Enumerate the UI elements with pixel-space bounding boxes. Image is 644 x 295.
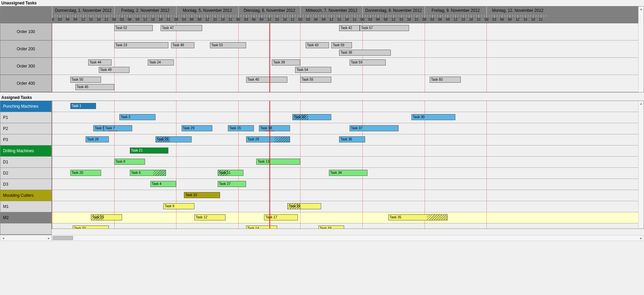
gantt-row — [52, 75, 644, 92]
resource-row[interactable]: P2 — [0, 123, 51, 134]
task-bar[interactable]: Task 36 — [339, 136, 365, 142]
assigned-title: Assigned Tasks — [0, 95, 644, 101]
task-bar[interactable]: Task 18 — [259, 125, 290, 131]
resource-row[interactable]: M2 — [0, 212, 51, 223]
now-line — [269, 23, 270, 92]
task-bar[interactable]: Task 22 — [73, 225, 109, 229]
resource-group[interactable]: Drilling Machines — [0, 145, 51, 157]
hscroll-right[interactable]: ◂▸ — [52, 235, 644, 241]
gantt-row — [52, 101, 644, 112]
hscroll-left[interactable]: ◂▸ — [0, 235, 52, 241]
gantt-row — [52, 179, 644, 190]
task-bar[interactable]: Task 38 — [339, 50, 391, 56]
order-row[interactable]: Order 200 — [0, 41, 51, 58]
order-row[interactable]: Order 300 — [0, 58, 51, 75]
day-header: Donnerstag, 1. November 2012 — [52, 6, 114, 15]
task-bar[interactable]: Task 21 — [130, 148, 169, 154]
task-bar[interactable]: Task 23 — [114, 42, 169, 48]
resource-row[interactable]: P1 — [0, 112, 51, 123]
task-bar[interactable]: Task 53 — [210, 42, 246, 48]
task-bar[interactable]: Task 25 — [156, 136, 192, 142]
task-bar[interactable]: Task 30 — [411, 114, 455, 120]
task-bar[interactable]: Task 6 — [130, 170, 166, 176]
task-bar[interactable]: Task 54 — [295, 67, 331, 73]
task-bar[interactable]: Task 39 — [272, 59, 300, 65]
task-bar[interactable]: Task 20 — [70, 170, 101, 176]
unassigned-panel: Order 100Order 200Order 300Order 400 Don… — [0, 6, 644, 92]
resource-row[interactable]: P3 — [0, 134, 51, 145]
task-bar[interactable]: Task 45 — [75, 84, 114, 90]
task-bar[interactable]: Task 24 — [148, 59, 174, 65]
gantt-row — [52, 223, 644, 229]
task-bar[interactable]: Task 40 — [246, 77, 287, 83]
now-line — [269, 101, 270, 229]
day-header: Montag, 5. November 2012 — [176, 6, 238, 15]
gantt-row — [52, 58, 644, 75]
day-header: Freitag, 2. November 2012 — [114, 6, 176, 15]
task-bar[interactable]: Task 15 — [228, 125, 254, 131]
task-bar[interactable]: Task 5 — [93, 125, 104, 131]
assigned-panel: Punching MachinesP1P2P3Drilling Machines… — [0, 101, 644, 235]
task-bar[interactable]: Task 10 — [184, 192, 220, 198]
task-bar[interactable]: Task 13 — [256, 159, 300, 165]
gantt-row — [52, 190, 644, 201]
task-bar[interactable]: Task 35 — [388, 214, 448, 220]
day-header: Dienstag, 6. November 2012 — [238, 6, 301, 15]
day-header: Montag, 12. November 2012 — [486, 6, 549, 15]
task-bar[interactable]: Task 27 — [218, 181, 246, 187]
task-bar[interactable]: Task 58 — [331, 42, 352, 48]
unassigned-title: Unassigned Tasks — [0, 0, 644, 6]
resource-row[interactable] — [0, 223, 51, 235]
task-bar[interactable]: Task 11 — [218, 170, 244, 176]
task-bar[interactable]: Task 37 — [350, 125, 399, 131]
task-bar[interactable]: Task 42 — [339, 25, 360, 31]
task-bar[interactable]: Task 44 — [88, 59, 112, 65]
resource-row[interactable]: D1 — [0, 157, 51, 168]
unassigned-left-header — [0, 6, 51, 23]
resource-group[interactable]: Moulding Cutters — [0, 190, 51, 201]
day-header: Freitag, 9. November 2012 — [425, 6, 487, 15]
task-bar[interactable]: Task 29 — [182, 125, 213, 131]
task-bar[interactable]: Task 16 — [287, 203, 321, 209]
vscroll-bottom[interactable]: ▴ — [638, 101, 644, 229]
task-bar[interactable]: Task 8 — [114, 159, 145, 165]
gantt-row — [52, 212, 644, 223]
task-bar[interactable]: Task 52 — [114, 25, 153, 31]
task-bar[interactable]: Task 34 — [329, 170, 368, 176]
task-bar[interactable]: Task 48 — [171, 42, 194, 48]
task-bar[interactable]: Task 19 — [91, 214, 122, 220]
task-bar[interactable]: Task 50 — [70, 77, 101, 83]
task-bar[interactable]: Task 2 — [119, 114, 156, 120]
task-bar[interactable]: Task 33 — [318, 225, 344, 229]
task-bar[interactable]: Task 26 — [86, 136, 109, 142]
resource-row[interactable]: D2 — [0, 168, 51, 179]
task-bar[interactable]: Task 57 — [360, 25, 409, 31]
gantt-row — [52, 201, 644, 212]
task-bar[interactable]: Task 14 — [246, 225, 277, 229]
task-bar[interactable]: Task 60 — [430, 77, 461, 83]
task-bar[interactable]: Task 12 — [194, 214, 225, 220]
task-bar[interactable]: Task 43 — [306, 42, 329, 48]
gantt-row — [52, 123, 644, 134]
order-row[interactable]: Order 100 — [0, 23, 51, 41]
resource-row[interactable]: M1 — [0, 201, 51, 212]
task-bar[interactable]: Task 1 — [70, 103, 96, 109]
order-row[interactable]: Order 400 — [0, 75, 51, 92]
task-bar[interactable]: Task 28 — [246, 136, 290, 142]
task-bar[interactable]: Task 9 — [163, 203, 194, 209]
task-bar[interactable]: Task 7 — [104, 125, 132, 131]
vscroll-top[interactable]: ▴ — [638, 6, 644, 92]
day-header: Mittwoch, 7. November 2012 — [300, 6, 362, 15]
task-bar[interactable]: Task 55 — [300, 77, 331, 83]
resource-row[interactable]: D3 — [0, 179, 51, 190]
task-bar[interactable]: Task 59 — [350, 59, 386, 65]
resource-group[interactable]: Punching Machines — [0, 101, 51, 112]
timeline-header: Donnerstag, 1. November 2012Freitag, 2. … — [52, 6, 644, 23]
task-bar[interactable]: Task 4 — [150, 181, 176, 187]
task-bar[interactable]: Task 49 — [99, 67, 130, 73]
day-header: Donnerstag, 8. November 2012 — [362, 6, 425, 15]
task-bar[interactable]: Task 32 — [292, 114, 331, 120]
task-bar[interactable]: Task 47 — [161, 25, 202, 31]
